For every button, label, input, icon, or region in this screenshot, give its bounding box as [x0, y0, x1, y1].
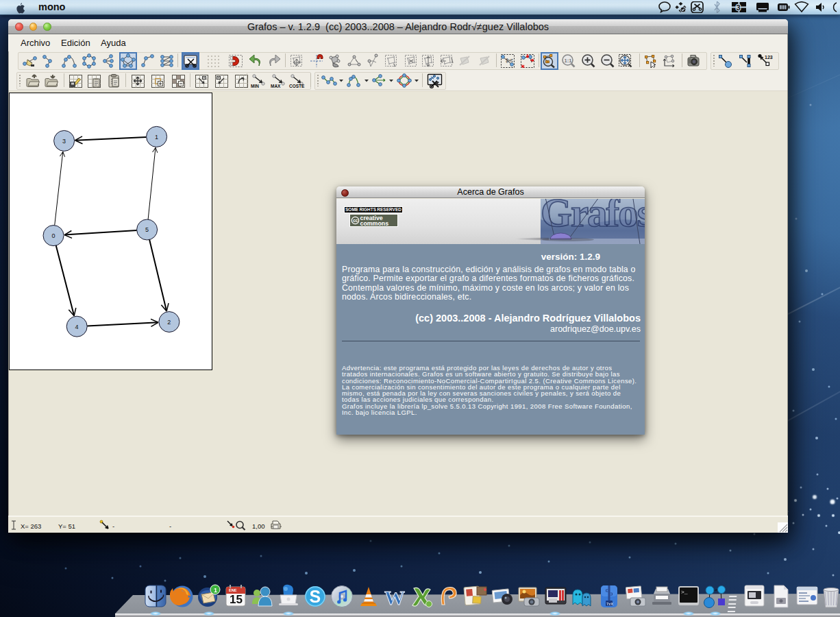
svg-text:3: 3 — [737, 3, 741, 12]
svg-text:7zX: 7zX — [606, 602, 613, 606]
svg-text:123: 123 — [765, 55, 773, 60]
svg-text:cc: cc — [353, 218, 358, 223]
svg-text:2: 2 — [167, 319, 171, 326]
svg-text:S: S — [310, 587, 321, 606]
svg-text:5: 5 — [145, 226, 149, 233]
svg-text:MIN: MIN — [251, 84, 259, 88]
svg-text:1: 1 — [155, 134, 158, 141]
svg-text:1:1: 1:1 — [565, 58, 572, 64]
svg-text:✄: ✄ — [506, 56, 513, 66]
svg-text:ENE: ENE — [229, 588, 237, 592]
svg-text:3: 3 — [62, 138, 66, 145]
svg-text:1: 1 — [214, 587, 217, 594]
svg-text:commons: commons — [360, 220, 389, 226]
svg-text:MAX: MAX — [271, 84, 281, 88]
svg-text:4: 4 — [75, 324, 79, 330]
svg-text:15: 15 — [230, 593, 243, 606]
svg-text:0: 0 — [51, 232, 55, 239]
svg-text:>_: >_ — [681, 589, 688, 595]
svg-text:W: W — [384, 586, 405, 609]
svg-text:COSTE: COSTE — [289, 84, 305, 88]
